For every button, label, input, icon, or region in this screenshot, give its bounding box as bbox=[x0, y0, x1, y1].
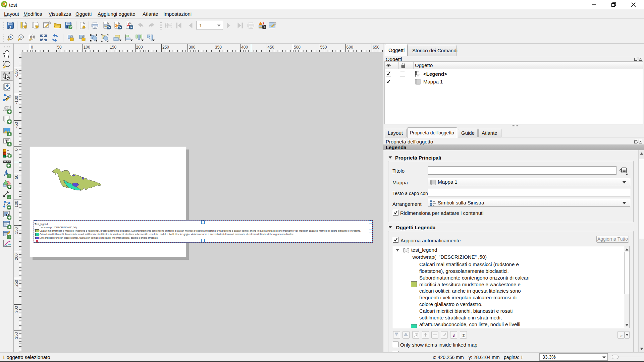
svg-text:1:1: 1:1 bbox=[31, 36, 34, 38]
svg-text:N: N bbox=[7, 171, 8, 174]
